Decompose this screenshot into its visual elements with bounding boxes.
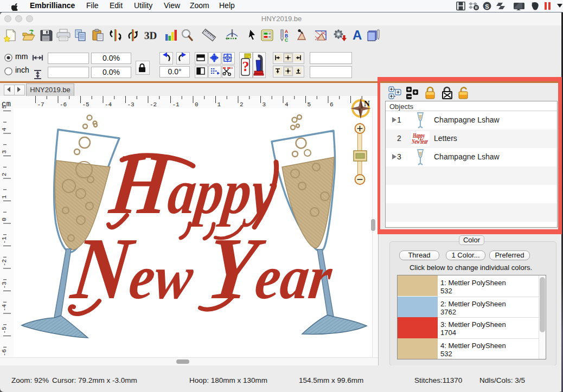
svg-text:-4: -4 bbox=[105, 101, 112, 108]
svg-text:3D: 3D bbox=[144, 30, 157, 41]
svg-text:2: 2 bbox=[1, 172, 8, 176]
svg-text:-6: -6 bbox=[60, 101, 67, 108]
svg-text:cm: cm bbox=[2, 100, 11, 108]
svg-text:4: 4 bbox=[285, 101, 289, 108]
svg-text:0: 0 bbox=[1, 217, 8, 221]
svg-text:2: 2 bbox=[240, 101, 244, 108]
svg-text:-3: -3 bbox=[1, 281, 8, 288]
svg-text:1: 1 bbox=[217, 101, 221, 108]
svg-text:-5: -5 bbox=[1, 326, 8, 333]
svg-text:5: 5 bbox=[308, 101, 311, 108]
svg-text:-6: -6 bbox=[1, 349, 8, 356]
svg-text:-2: -2 bbox=[150, 101, 157, 108]
svg-text:4: 4 bbox=[1, 127, 8, 131]
svg-text:-3: -3 bbox=[127, 101, 135, 108]
svg-text:0: 0 bbox=[195, 101, 199, 108]
svg-text:-1: -1 bbox=[172, 101, 180, 108]
svg-text:A: A bbox=[353, 28, 362, 42]
svg-text:3: 3 bbox=[1, 150, 8, 154]
svg-text:-5: -5 bbox=[82, 101, 89, 108]
svg-text:-1: -1 bbox=[1, 236, 8, 244]
svg-text:3: 3 bbox=[263, 101, 266, 108]
svg-text:-4: -4 bbox=[1, 304, 8, 311]
svg-text:N: N bbox=[364, 99, 370, 108]
svg-text:6: 6 bbox=[330, 101, 334, 108]
svg-text:-7: -7 bbox=[37, 101, 44, 108]
svg-text:-2: -2 bbox=[1, 259, 8, 266]
svg-text:C: C bbox=[285, 37, 288, 43]
svg-text:S: S bbox=[485, 3, 489, 10]
svg-text:1: 1 bbox=[1, 195, 8, 199]
svg-text:?: ? bbox=[242, 59, 249, 74]
